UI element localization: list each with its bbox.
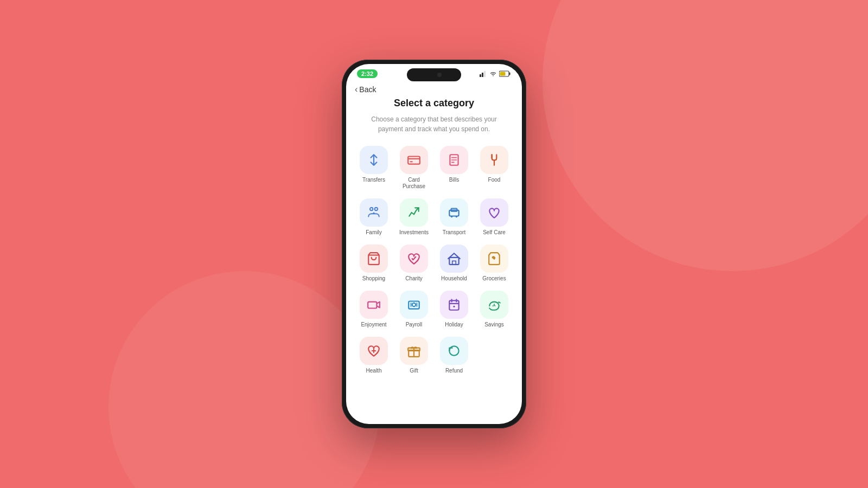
svg-rect-0	[480, 74, 481, 77]
svg-rect-1	[482, 73, 483, 77]
category-icon-payroll	[400, 291, 428, 319]
category-icon-holiday	[440, 291, 468, 319]
category-icon-shopping	[360, 245, 388, 273]
svg-rect-5	[500, 72, 506, 76]
category-label-food: Food	[488, 177, 501, 183]
category-item-card-purchase[interactable]: Card Purchase	[395, 144, 433, 192]
category-icon-charity	[400, 245, 428, 273]
category-icon-family	[360, 198, 388, 227]
category-label-self-care: Self Care	[483, 229, 506, 236]
phone-frame: 2:32	[342, 60, 526, 428]
svg-point-14	[370, 208, 373, 210]
category-item-groceries[interactable]: Groceries	[475, 242, 513, 284]
category-item-holiday[interactable]: Holiday	[435, 288, 473, 330]
svg-rect-4	[509, 73, 510, 75]
category-label-card-purchase: Card Purchase	[396, 177, 432, 190]
svg-point-26	[412, 303, 416, 307]
category-label-health: Health	[366, 368, 382, 374]
status-bar: 2:32	[346, 64, 522, 80]
category-item-family[interactable]: Family	[355, 196, 393, 238]
nav-bar: ‹ Back	[346, 80, 522, 98]
category-label-shopping: Shopping	[362, 275, 385, 282]
back-label: Back	[359, 85, 376, 94]
category-icon-card-purchase	[400, 146, 428, 174]
page-title: Select a category	[355, 98, 513, 109]
category-icon-investments	[400, 198, 428, 227]
category-label-transfers: Transfers	[362, 177, 385, 183]
svg-point-20	[456, 216, 457, 217]
category-item-self-care[interactable]: Self Care	[475, 196, 513, 238]
category-item-transfers[interactable]: Transfers	[355, 144, 393, 192]
category-item-charity[interactable]: Charity	[395, 242, 433, 284]
category-item-enjoyment[interactable]: Enjoyment	[355, 288, 393, 330]
category-label-refund: Refund	[445, 368, 463, 374]
category-item-household[interactable]: Household	[435, 242, 473, 284]
category-label-enjoyment: Enjoyment	[361, 322, 386, 328]
category-item-investments[interactable]: Investments	[395, 196, 433, 238]
category-icon-self-care	[480, 198, 508, 227]
signal-icon	[480, 70, 487, 77]
categories-grid: TransfersCard PurchaseBillsFoodFamilyInv…	[355, 144, 513, 376]
notch	[407, 68, 461, 81]
category-label-savings: Savings	[484, 322, 504, 328]
category-label-charity: Charity	[405, 275, 423, 282]
category-icon-gift	[400, 337, 428, 365]
screen-content: Select a category Choose a category that…	[346, 98, 522, 424]
svg-point-19	[451, 216, 452, 217]
category-item-transport[interactable]: Transport	[435, 196, 473, 238]
category-item-refund[interactable]: Refund	[435, 335, 473, 376]
category-icon-savings	[480, 291, 508, 319]
status-time: 2:32	[357, 69, 378, 78]
page-subtitle: Choose a category that best describes yo…	[355, 114, 513, 134]
camera	[437, 73, 442, 77]
category-label-transport: Transport	[443, 229, 465, 236]
category-icon-transfers	[360, 146, 388, 174]
category-icon-enjoyment	[360, 291, 388, 319]
category-icon-household	[440, 245, 468, 273]
svg-point-15	[375, 208, 378, 210]
category-icon-food	[480, 146, 508, 174]
svg-point-31	[453, 306, 455, 307]
svg-rect-7	[410, 161, 412, 162]
category-icon-refund	[440, 337, 468, 365]
category-label-payroll: Payroll	[406, 322, 423, 328]
category-item-bills[interactable]: Bills	[435, 144, 473, 192]
category-icon-transport	[440, 198, 468, 227]
category-label-household: Household	[441, 275, 467, 282]
category-icon-health	[360, 337, 388, 365]
category-label-family: Family	[366, 229, 381, 236]
category-label-groceries: Groceries	[482, 275, 506, 282]
svg-point-32	[493, 305, 494, 306]
svg-rect-27	[449, 300, 458, 310]
category-label-bills: Bills	[449, 177, 459, 183]
category-icon-bills	[440, 146, 468, 174]
wifi-icon	[489, 70, 497, 77]
battery-icon	[499, 70, 511, 77]
category-item-payroll[interactable]: Payroll	[395, 288, 433, 330]
status-icons	[480, 70, 511, 77]
svg-rect-24	[368, 302, 376, 309]
category-label-holiday: Holiday	[445, 322, 463, 328]
category-label-gift: Gift	[410, 368, 418, 374]
phone-screen: 2:32	[346, 64, 522, 424]
category-item-food[interactable]: Food	[475, 144, 513, 192]
category-item-health[interactable]: Health	[355, 335, 393, 376]
svg-point-16	[373, 212, 374, 214]
category-item-gift[interactable]: Gift	[395, 335, 433, 376]
category-icon-groceries	[480, 245, 508, 273]
back-chevron-icon: ‹	[355, 85, 358, 94]
svg-rect-6	[408, 157, 420, 164]
category-label-investments: Investments	[399, 229, 429, 236]
svg-rect-2	[484, 71, 486, 77]
category-item-savings[interactable]: Savings	[475, 288, 513, 330]
category-item-shopping[interactable]: Shopping	[355, 242, 393, 284]
svg-rect-25	[409, 301, 419, 309]
back-button[interactable]: ‹ Back	[355, 85, 376, 94]
